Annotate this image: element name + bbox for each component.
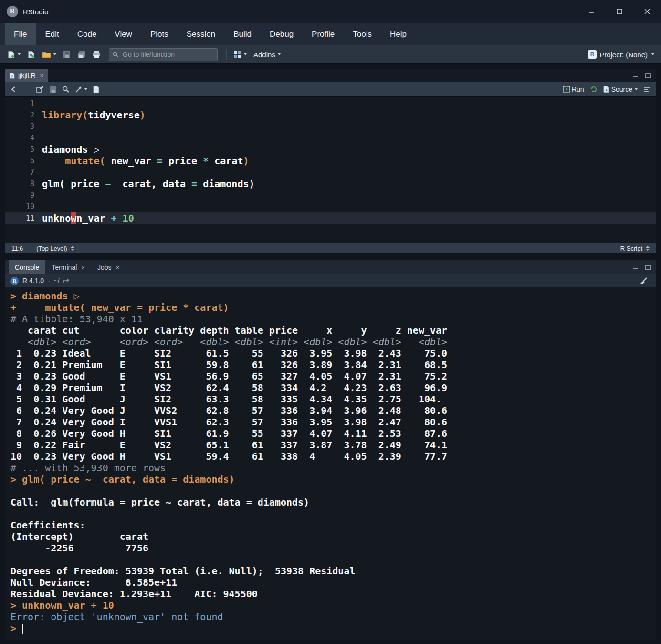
- pane-layout-button[interactable]: [231, 48, 249, 61]
- line-number: 11: [5, 214, 42, 222]
- search-icon: [113, 52, 119, 58]
- code-text: unknown_var + 10: [42, 212, 134, 224]
- run-label: Run: [572, 85, 584, 93]
- menu-debug[interactable]: Debug: [261, 23, 303, 45]
- tab-label: Jobs: [97, 264, 112, 271]
- save-all-button[interactable]: [75, 48, 88, 61]
- working-directory-link[interactable]: ~/: [54, 277, 60, 285]
- print-button[interactable]: [90, 48, 103, 61]
- close-button[interactable]: [633, 0, 661, 23]
- editor-line-1[interactable]: 1: [5, 98, 656, 109]
- tab-jobs[interactable]: Jobs×: [91, 260, 126, 274]
- maximize-pane-icon[interactable]: [645, 73, 651, 78]
- console-pane: ConsoleTerminal×Jobs× R R 4.1.0 · ~/ > d…: [5, 260, 656, 640]
- back-icon[interactable]: [10, 86, 18, 93]
- editor-line-10[interactable]: 10: [5, 201, 656, 212]
- rerun-button[interactable]: [590, 86, 598, 93]
- scope-selector[interactable]: (Top Level): [36, 245, 74, 252]
- forward-icon[interactable]: [23, 86, 31, 93]
- title-bar[interactable]: R RStudio: [0, 0, 661, 23]
- save-icon[interactable]: [50, 86, 57, 93]
- tab-close-icon[interactable]: ×: [81, 264, 85, 271]
- minimize-button[interactable]: [578, 0, 606, 23]
- minimize-pane-icon[interactable]: [633, 265, 639, 270]
- line-number: 3: [5, 122, 42, 131]
- run-icon: [563, 86, 570, 93]
- chevron-down-icon: [651, 53, 654, 55]
- menu-edit[interactable]: Edit: [36, 23, 68, 45]
- console-output[interactable]: > diamonds ▷+ mutate( new_var = price * …: [5, 287, 656, 640]
- editor-code[interactable]: 12library(tidyverse)345diamonds ▷6 mutat…: [5, 97, 656, 243]
- run-button[interactable]: Run: [563, 85, 584, 93]
- editor-line-7[interactable]: 7: [5, 167, 656, 178]
- editor-statusbar: 11:6 (Top Level) R Script: [5, 243, 656, 253]
- editor-line-9[interactable]: 9: [5, 190, 656, 201]
- console-line: [10, 485, 656, 496]
- minimize-pane-icon[interactable]: [633, 73, 639, 78]
- new-project-button[interactable]: [25, 48, 38, 61]
- find-replace-button[interactable]: [63, 86, 69, 93]
- console-header: R R 4.1.0 · ~/: [5, 274, 656, 287]
- menu-view[interactable]: View: [105, 23, 141, 45]
- editor-line-4[interactable]: 4: [5, 132, 656, 144]
- code-tools-button[interactable]: [75, 86, 87, 93]
- maximize-pane-icon[interactable]: [645, 265, 651, 270]
- console-line: > diamonds ▷: [10, 290, 656, 302]
- open-file-button[interactable]: [40, 48, 59, 61]
- source-tab[interactable]: jjkjll.R ×: [5, 69, 48, 82]
- document-outline-icon[interactable]: [643, 86, 651, 93]
- filetype-selector[interactable]: R Script: [620, 245, 650, 252]
- scope-label: (Top Level): [36, 245, 67, 252]
- goto-directory-icon[interactable]: [63, 278, 70, 284]
- addins-button[interactable]: Addins: [251, 48, 283, 61]
- editor-line-2[interactable]: 2library(tidyverse): [5, 109, 656, 121]
- toolbar-separator: [226, 49, 227, 60]
- menu-profile[interactable]: Profile: [303, 23, 344, 45]
- source-pane-controls: [633, 69, 656, 82]
- rerun-icon: [590, 86, 598, 93]
- menu-file[interactable]: File: [5, 23, 36, 45]
- compile-report-icon[interactable]: [93, 86, 99, 93]
- goto-file-search[interactable]: [109, 48, 218, 61]
- tab-close-icon[interactable]: ×: [115, 264, 119, 271]
- new-file-button[interactable]: [5, 48, 23, 61]
- editor-line-3[interactable]: 3: [5, 121, 656, 132]
- editor-line-11[interactable]: 11unknown_var + 10: [5, 212, 656, 224]
- goto-file-input[interactable]: [122, 50, 214, 59]
- main-toolbar: Addins R Project: (None): [0, 45, 661, 64]
- console-line: Call: glm(formula = price ~ carat, data …: [10, 496, 656, 508]
- clear-console-button[interactable]: [640, 277, 651, 285]
- menu-session[interactable]: Session: [178, 23, 224, 45]
- r-script-icon: [10, 73, 15, 79]
- menu-plots[interactable]: Plots: [141, 23, 178, 45]
- project-menu[interactable]: R Project: (None): [588, 50, 656, 59]
- tab-console[interactable]: Console: [9, 260, 45, 274]
- save-button[interactable]: [61, 48, 73, 61]
- tab-close-icon[interactable]: ×: [40, 72, 44, 79]
- console-line: 9 0.22 Fair E VS2 65.1 61 337 3.87 3.78 …: [10, 439, 656, 451]
- line-number: 8: [5, 179, 42, 188]
- menu-help[interactable]: Help: [381, 23, 416, 45]
- maximize-button[interactable]: [606, 0, 633, 23]
- source-icon: [603, 86, 610, 93]
- console-line: Degrees of Freedom: 53939 Total (i.e. Nu…: [10, 565, 656, 577]
- menu-code[interactable]: Code: [68, 23, 106, 45]
- editor-line-6[interactable]: 6 mutate( new_var = price * carat): [5, 155, 656, 167]
- popout-icon[interactable]: [36, 86, 44, 93]
- project-icon: R: [588, 50, 597, 59]
- chevron-down-icon: [244, 53, 247, 55]
- source-button[interactable]: Source: [603, 85, 638, 93]
- menu-build[interactable]: Build: [224, 23, 261, 45]
- code-text: glm( price ~ carat, data = diamonds): [42, 178, 255, 190]
- line-number: 9: [5, 191, 42, 200]
- menu-bar: FileEditCodeViewPlotsSessionBuildDebugPr…: [0, 23, 661, 45]
- menu-tools[interactable]: Tools: [344, 23, 381, 45]
- code-text: library(tidyverse): [42, 109, 146, 121]
- updown-icon: [646, 246, 650, 251]
- tab-terminal[interactable]: Terminal×: [45, 260, 91, 274]
- editor-line-5[interactable]: 5diamonds ▷: [5, 144, 656, 155]
- editor-toolbar: Run Source: [5, 82, 656, 97]
- print-icon: [93, 51, 101, 58]
- editor-line-8[interactable]: 8glm( price ~ carat, data = diamonds): [5, 178, 656, 190]
- console-line: 10 0.23 Very Good H VS1 59.4 61 338 4 4.…: [10, 451, 656, 462]
